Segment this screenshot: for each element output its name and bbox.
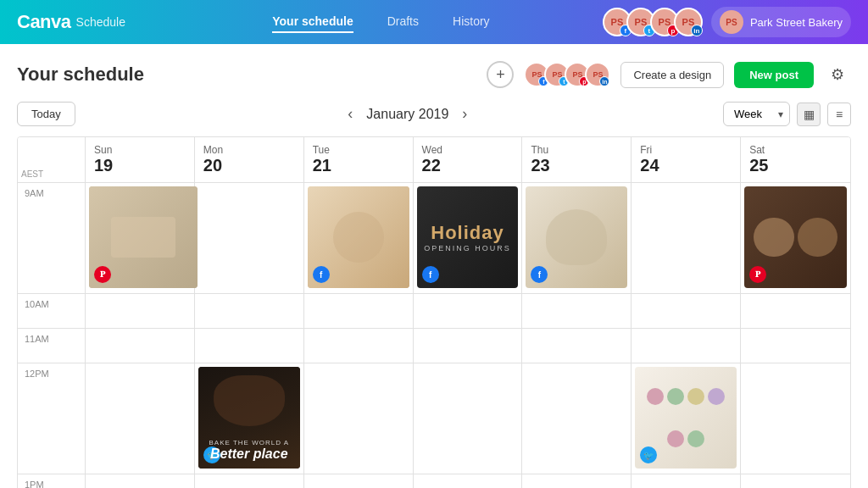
cell-1pm-sun[interactable] (86, 474, 195, 488)
month-label: January 2019 (366, 107, 448, 122)
cell-11am-mon[interactable] (195, 329, 304, 363)
day-num-fri: 24 (640, 156, 732, 175)
cell-12pm-wed[interactable] (414, 363, 523, 474)
page-header: Your schedule + PS f PS t PS p PS in (17, 61, 851, 88)
cell-10am-wed[interactable] (414, 294, 523, 328)
cell-1pm-wed[interactable] (414, 474, 523, 488)
cell-12pm-sun[interactable] (86, 363, 195, 474)
cell-9am-wed[interactable]: Holiday OPENING HOURS f (414, 183, 523, 293)
canva-logo-text: Canva (17, 11, 71, 33)
main-nav: Your schedule Drafts History (159, 11, 603, 33)
day-name-thu: Thu (531, 144, 622, 156)
view-select-wrapper: Week Month Day (723, 102, 790, 126)
view-select[interactable]: Week Month Day (723, 102, 790, 126)
day-header-mon: Mon 20 (195, 137, 304, 182)
cell-9am-tue[interactable]: f (304, 183, 414, 293)
cell-10am-mon[interactable] (195, 294, 304, 328)
page-title: Your schedule (17, 64, 144, 86)
cell-1pm-mon[interactable] (195, 474, 304, 488)
cell-11am-fri[interactable] (632, 329, 741, 363)
day-header-tue: Tue 21 (304, 137, 414, 182)
cell-1pm-tue[interactable] (304, 474, 414, 488)
cell-9am-sun[interactable]: 𝐏 (86, 183, 195, 293)
cell-11am-thu[interactable] (522, 329, 632, 363)
holiday-subtitle: OPENING HOURS (424, 244, 511, 252)
social-icon-pinterest-9am-sat: 𝐏 (749, 266, 766, 283)
add-button[interactable]: + (487, 61, 514, 88)
nav-your-schedule[interactable]: Your schedule (272, 11, 353, 33)
linkedin-badge: in (691, 25, 703, 36)
time-row-1pm: 1PM (18, 474, 850, 488)
cell-12pm-mon[interactable]: BAKE THE WORLD A Better place 🐦 (195, 363, 304, 474)
page-avatar-4[interactable]: PS in (585, 62, 610, 87)
cell-10am-sat[interactable] (741, 294, 850, 328)
day-header-fri: Fri 24 (632, 137, 741, 182)
cell-10am-sun[interactable] (86, 294, 195, 328)
post-9am-sun[interactable]: 𝐏 (89, 186, 198, 288)
cell-11am-sat[interactable] (741, 329, 850, 363)
post-12pm-fri[interactable]: 🐦 (635, 367, 737, 469)
post-9am-thu[interactable]: f (526, 186, 627, 288)
time-label-10am: 10AM (18, 294, 86, 328)
cell-10am-tue[interactable] (304, 294, 414, 328)
bread-text-large: Better place (209, 446, 290, 462)
timezone-text: AEST (21, 169, 43, 179)
cell-12pm-thu[interactable] (522, 363, 632, 474)
day-name-wed: Wed (422, 144, 514, 156)
cell-12pm-fri[interactable]: 🐦 (632, 363, 741, 474)
cell-9am-mon[interactable] (195, 183, 304, 293)
calendar-grid: AEST Sun 19 Mon 20 Tue 21 Wed 22 Thu 23 (17, 136, 851, 488)
cell-1pm-thu[interactable] (522, 474, 632, 488)
day-name-sun: Sun (94, 144, 186, 156)
page-li-badge: in (599, 76, 609, 86)
day-num-tue: 21 (313, 156, 404, 175)
social-icon-facebook-9am-wed: f (422, 266, 439, 283)
user-avatar: PS (720, 10, 743, 34)
new-post-button[interactable]: New post (734, 62, 814, 88)
cell-12pm-tue[interactable] (304, 363, 414, 474)
create-design-button[interactable]: Create a design (620, 62, 724, 88)
social-icon-pinterest-9am-sun: 𝐏 (94, 266, 111, 283)
day-name-sat: Sat (749, 144, 842, 156)
view-controls: Week Month Day ▦ ≡ (723, 102, 851, 126)
next-month-button[interactable]: › (459, 105, 470, 123)
cell-11am-wed[interactable] (414, 329, 523, 363)
cell-1pm-fri[interactable] (632, 474, 741, 488)
month-navigation: ‹ January 2019 › (92, 105, 723, 123)
day-num-wed: 22 (422, 156, 514, 175)
post-9am-sat[interactable]: 𝐏 (744, 186, 847, 288)
cell-12pm-sat[interactable] (741, 363, 850, 474)
post-9am-wed[interactable]: Holiday OPENING HOURS f (417, 186, 519, 288)
day-name-fri: Fri (640, 144, 732, 156)
cell-11am-tue[interactable] (304, 329, 414, 363)
schedule-logo-text: Schedule (76, 15, 125, 29)
post-9am-tue[interactable]: f (308, 186, 409, 288)
logo[interactable]: Canva Schedule (17, 11, 125, 33)
social-icon-facebook-9am-tue: f (313, 266, 330, 283)
day-num-mon: 20 (203, 156, 295, 175)
day-num-sat: 25 (749, 156, 842, 175)
time-row-9am: 9AM 𝐏 f (18, 183, 850, 294)
cell-9am-fri[interactable] (632, 183, 741, 293)
calendar-grid-view-button[interactable]: ▦ (797, 103, 821, 126)
nav-drafts[interactable]: Drafts (387, 11, 419, 33)
cell-9am-sat[interactable]: 𝐏 (741, 183, 850, 293)
today-button[interactable]: Today (17, 102, 75, 126)
cell-11am-sun[interactable] (86, 329, 195, 363)
page-header-actions: + PS f PS t PS p PS in Creat (487, 61, 851, 88)
prev-month-button[interactable]: ‹ (344, 105, 356, 123)
time-label-9am: 9AM (18, 183, 86, 293)
cell-10am-thu[interactable] (522, 294, 632, 328)
cell-10am-fri[interactable] (632, 294, 741, 328)
nav-history[interactable]: History (453, 11, 490, 33)
account-avatar-4[interactable]: PS in (674, 8, 703, 36)
settings-button[interactable]: ⚙ (824, 61, 851, 88)
cell-9am-thu[interactable]: f (522, 183, 632, 293)
cell-1pm-sat[interactable] (741, 474, 850, 488)
time-label-1pm: 1PM (18, 474, 86, 488)
post-12pm-mon[interactable]: BAKE THE WORLD A Better place 🐦 (198, 367, 300, 469)
day-header-thu: Thu 23 (522, 137, 632, 182)
user-name-label: Park Street Bakery (750, 16, 843, 29)
list-view-button[interactable]: ≡ (827, 103, 851, 126)
user-profile[interactable]: PS Park Street Bakery (711, 7, 851, 37)
